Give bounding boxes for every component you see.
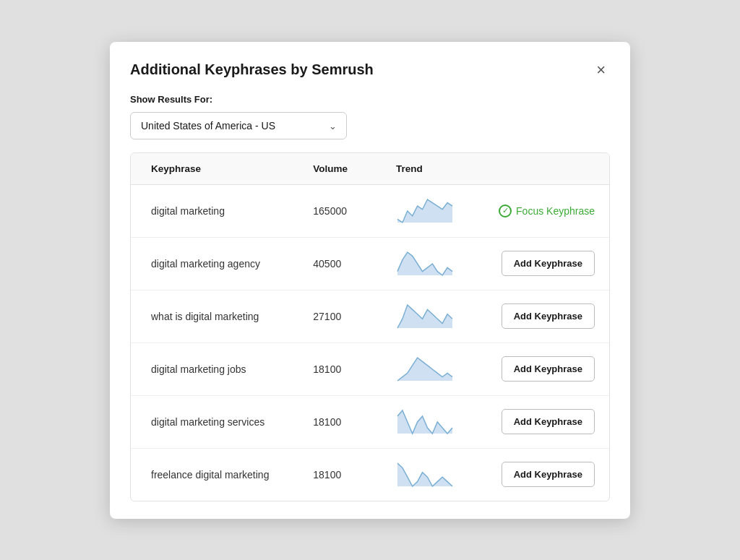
keyphrase-cell: digital marketing services — [131, 395, 301, 448]
table-row: digital marketing jobs18100 Add Keyphras… — [131, 343, 609, 395]
trend-sparkline — [396, 303, 454, 329]
col-header-action — [487, 153, 609, 185]
svg-marker-0 — [397, 199, 452, 223]
table-row: freelance digital marketing18100 Add Key… — [131, 448, 609, 501]
action-cell: Add Keyphrase — [487, 343, 609, 395]
focus-keyphrase-label: ✓ Focus Keyphrase — [499, 204, 595, 217]
volume-cell: 27100 — [301, 290, 384, 343]
add-keyphrase-button[interactable]: Add Keyphrase — [502, 356, 595, 382]
add-keyphrase-button[interactable]: Add Keyphrase — [502, 462, 595, 487]
action-cell: ✓ Focus Keyphrase — [487, 184, 609, 237]
trend-sparkline — [396, 462, 454, 488]
trend-cell — [384, 343, 487, 395]
keyphrase-cell: digital marketing jobs — [131, 343, 301, 395]
trend-cell — [384, 290, 487, 343]
modal-body: Show Results For: United States of Ameri… — [110, 94, 630, 519]
add-keyphrase-button[interactable]: Add Keyphrase — [502, 303, 595, 329]
action-cell: Add Keyphrase — [487, 237, 609, 290]
keyphrases-table: Keyphrase Volume Trend digital marketing… — [131, 153, 609, 501]
modal-header: Additional Keyphrases by Semrush × — [110, 42, 630, 94]
country-select-wrapper: United States of America - US United Kin… — [130, 112, 347, 139]
focus-check-icon: ✓ — [499, 204, 512, 217]
trend-sparkline — [396, 356, 454, 382]
action-cell: Add Keyphrase — [487, 290, 609, 343]
filter-section: Show Results For: United States of Ameri… — [130, 94, 610, 152]
table-row: digital marketing services18100 Add Keyp… — [131, 395, 609, 448]
volume-cell: 18100 — [301, 448, 384, 501]
modal-title: Additional Keyphrases by Semrush — [130, 61, 374, 78]
action-cell: Add Keyphrase — [487, 448, 609, 501]
keyphrase-cell: what is digital marketing — [131, 290, 301, 343]
volume-cell: 165000 — [301, 184, 384, 237]
keyphrase-cell: digital marketing — [131, 184, 301, 237]
table-body: digital marketing165000 ✓ Focus Keyphras… — [131, 184, 609, 501]
keyphrase-cell: freelance digital marketing — [131, 448, 301, 501]
volume-cell: 40500 — [301, 237, 384, 290]
svg-marker-3 — [397, 358, 452, 381]
keyphrase-cell: digital marketing agency — [131, 237, 301, 290]
filter-label: Show Results For: — [130, 94, 610, 105]
add-keyphrase-button[interactable]: Add Keyphrase — [502, 409, 595, 434]
keyphrases-table-container: Keyphrase Volume Trend digital marketing… — [130, 152, 610, 501]
col-header-volume: Volume — [301, 153, 384, 185]
additional-keyphrases-modal: Additional Keyphrases by Semrush × Show … — [110, 42, 630, 519]
focus-label-text: Focus Keyphrase — [516, 205, 595, 217]
trend-sparkline — [396, 198, 454, 224]
table-row: digital marketing165000 ✓ Focus Keyphras… — [131, 184, 609, 237]
close-button[interactable]: × — [592, 59, 610, 81]
table-row: what is digital marketing27100 Add Keyph… — [131, 290, 609, 343]
trend-sparkline — [396, 409, 454, 435]
add-keyphrase-button[interactable]: Add Keyphrase — [502, 251, 595, 276]
col-header-trend: Trend — [384, 153, 487, 185]
trend-cell — [384, 184, 487, 237]
country-select[interactable]: United States of America - US United Kin… — [130, 112, 347, 139]
col-header-keyphrase: Keyphrase — [131, 153, 301, 185]
table-header: Keyphrase Volume Trend — [131, 153, 609, 185]
table-row: digital marketing agency40500 Add Keyphr… — [131, 237, 609, 290]
trend-cell — [384, 395, 487, 448]
volume-cell: 18100 — [301, 343, 384, 395]
trend-cell — [384, 448, 487, 501]
volume-cell: 18100 — [301, 395, 384, 448]
trend-sparkline — [396, 251, 454, 277]
action-cell: Add Keyphrase — [487, 395, 609, 448]
trend-cell — [384, 237, 487, 290]
